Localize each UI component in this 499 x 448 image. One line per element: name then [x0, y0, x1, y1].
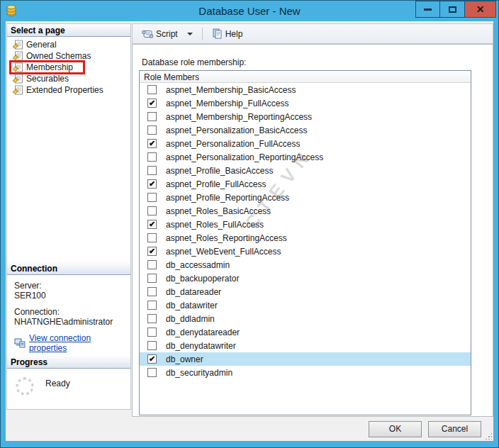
help-label: Help	[225, 29, 243, 39]
connection-properties-icon	[14, 337, 26, 348]
role-row[interactable]: aspnet_Roles_BasicAccess	[140, 204, 471, 218]
page-icon	[12, 40, 23, 50]
role-row[interactable]: ✔ aspnet_Membership_FullAccess	[140, 96, 471, 110]
role-label: aspnet_WebEvent_FullAccess	[166, 247, 281, 257]
role-label: aspnet_Personalization_ReportingAccess	[166, 152, 323, 162]
role-checkbox[interactable]	[147, 193, 157, 202]
role-row[interactable]: ✔ aspnet_WebEvent_FullAccess	[140, 245, 471, 258]
role-row[interactable]: aspnet_Personalization_ReportingAccess	[140, 150, 471, 164]
role-checkbox[interactable]	[147, 274, 157, 283]
role-row[interactable]: aspnet_Profile_ReportingAccess	[140, 191, 471, 204]
role-row[interactable]: aspnet_Personalization_BasicAccess	[140, 123, 471, 137]
role-row[interactable]: db_denydatawriter	[140, 339, 471, 352]
sidebar-pages: General Owned Schemas Membership	[7, 37, 130, 262]
annotation-box: Extended Properties	[9, 83, 116, 97]
annotation-box: db_denydatawriter	[145, 339, 245, 353]
role-row[interactable]: ✔ aspnet_Profile_FullAccess	[140, 177, 471, 191]
sidebar: Select a page General Owned Schemas	[6, 23, 131, 410]
role-label: db_ddladmin	[166, 314, 215, 324]
titlebar: Database User - New ✕	[0, 0, 499, 21]
role-checkbox[interactable]	[147, 85, 157, 94]
maximize-icon	[449, 6, 456, 13]
role-checkbox[interactable]: ✔	[147, 139, 157, 148]
dialog-window: Database User - New ✕ Select a page Gene…	[0, 0, 499, 448]
role-checkbox[interactable]	[147, 152, 157, 162]
role-members-list[interactable]: Role Members aspnet_Membership_BasicAcce…	[139, 70, 471, 415]
role-row[interactable]: ✔ aspnet_Personalization_FullAccess	[140, 137, 471, 150]
role-row[interactable]: aspnet_Profile_BasicAccess	[140, 164, 471, 177]
role-label: aspnet_Roles_FullAccess	[166, 220, 264, 230]
role-row[interactable]: aspnet_Membership_ReportingAccess	[140, 110, 471, 123]
role-label: db_denydatareader	[166, 327, 240, 337]
role-label: aspnet_Roles_ReportingAccess	[166, 233, 287, 243]
role-label: db_backupoperator	[166, 274, 239, 284]
ok-button[interactable]: OK	[369, 421, 422, 437]
role-checkbox[interactable]	[147, 327, 157, 337]
connection-label: Connection:	[14, 307, 130, 317]
role-checkbox[interactable]	[147, 125, 157, 135]
annotation-box: db_accessadmin	[145, 258, 238, 272]
select-page-header: Select a page	[7, 24, 130, 37]
connection-header: Connection	[7, 262, 130, 275]
role-checkbox[interactable]: ✔	[147, 220, 157, 229]
role-checkbox[interactable]	[147, 233, 157, 242]
role-checkbox[interactable]: ✔	[147, 354, 157, 364]
minimize-button[interactable]	[415, 1, 440, 18]
sidebar-item-label: Membership	[26, 62, 73, 72]
role-row[interactable]: db_datawriter	[140, 298, 471, 312]
role-label: aspnet_Membership_BasicAccess	[166, 85, 296, 95]
sidebar-item-extended-properties[interactable]: Extended Properties	[7, 84, 130, 96]
role-row[interactable]: db_denydatareader	[140, 325, 471, 339]
toolbar-separator	[202, 28, 203, 40]
close-icon: ✕	[476, 4, 485, 14]
progress-header: Progress	[7, 356, 130, 369]
resize-grip[interactable]	[485, 432, 492, 439]
role-checkbox[interactable]	[147, 206, 157, 215]
role-row[interactable]: db_backupoperator	[140, 271, 471, 285]
role-row[interactable]: aspnet_Membership_BasicAccess	[140, 83, 471, 96]
role-checkbox[interactable]	[147, 166, 157, 175]
role-row[interactable]: aspnet_Roles_ReportingAccess	[140, 231, 471, 245]
annotation-box: db_securityadmin	[145, 366, 241, 380]
role-checkbox[interactable]: ✔	[147, 247, 157, 256]
role-checkbox[interactable]	[147, 301, 157, 310]
annotation-box: aspnet_Profile_ReportingAccess	[145, 191, 298, 205]
role-checkbox[interactable]: ✔	[147, 179, 157, 189]
role-checkbox[interactable]	[147, 368, 157, 377]
help-button[interactable]: Help	[209, 27, 246, 40]
role-label: db_denydatawriter	[166, 341, 236, 351]
sidebar-item-label: Securables	[26, 74, 69, 84]
connection-section: Server: SER100 Connection: NHATNGHE\admi…	[7, 275, 130, 357]
role-row[interactable]: db_securityadmin	[140, 366, 471, 379]
role-label: aspnet_Membership_ReportingAccess	[166, 112, 312, 122]
annotation-box: db_datawriter	[145, 298, 226, 313]
role-row[interactable]: db_accessadmin	[140, 258, 471, 271]
maximize-button[interactable]	[440, 1, 465, 18]
cancel-button[interactable]: Cancel	[428, 421, 481, 437]
annotation-box: aspnet_Personalization_ReportingAccess	[145, 150, 332, 164]
role-checkbox[interactable]: ✔	[147, 99, 157, 108]
role-row[interactable]: ✔ db_owner	[140, 352, 471, 366]
view-connection-properties-link[interactable]: View connection properties	[29, 333, 130, 353]
role-checkbox[interactable]	[147, 314, 157, 323]
role-label: aspnet_Membership_FullAccess	[166, 99, 288, 108]
role-checkbox[interactable]	[147, 260, 157, 269]
connection-value: NHATNGHE\administrator	[14, 317, 130, 327]
script-label: Script	[156, 29, 178, 39]
role-row[interactable]: ✔ aspnet_Roles_FullAccess	[140, 218, 471, 231]
role-label: db_datawriter	[166, 301, 218, 310]
role-row[interactable]: db_datareader	[140, 285, 471, 298]
script-button[interactable]: Script	[138, 28, 181, 40]
role-checkbox[interactable]	[147, 341, 157, 350]
sidebar-item-label: Owned Schemas	[26, 51, 91, 61]
close-button[interactable]: ✕	[465, 1, 496, 18]
role-row[interactable]: db_ddladmin	[140, 312, 471, 325]
script-dropdown-icon[interactable]	[187, 33, 193, 35]
server-value: SER100	[14, 291, 130, 301]
role-checkbox[interactable]	[147, 287, 157, 296]
page-icon	[12, 51, 23, 61]
annotation-box: db_backupoperator	[145, 271, 247, 286]
annotation-box: aspnet_Roles_ReportingAccess	[145, 231, 296, 245]
annotation-box: ✔ aspnet_Profile_FullAccess	[145, 177, 274, 191]
role-checkbox[interactable]	[147, 112, 157, 121]
